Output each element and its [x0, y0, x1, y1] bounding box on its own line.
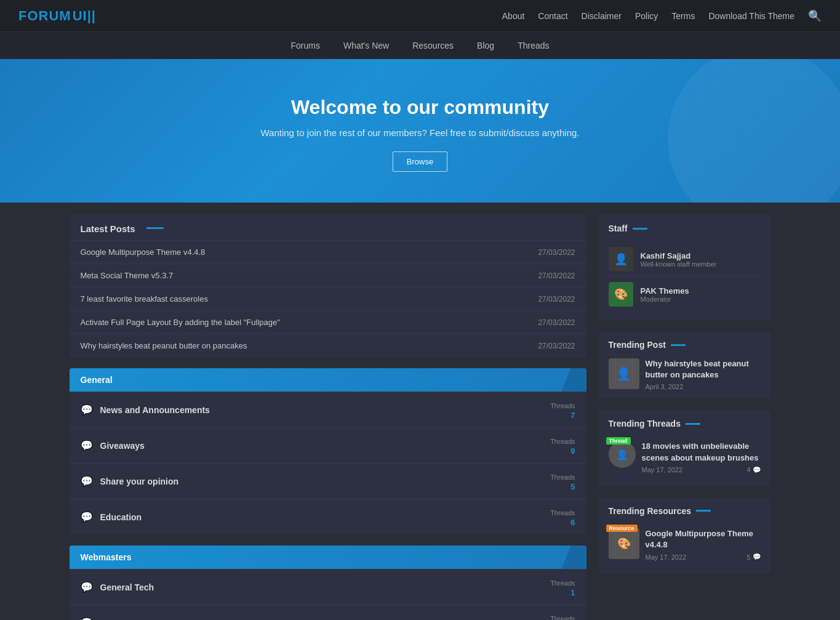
forum-name[interactable]: Share your opinion — [100, 477, 179, 486]
site-logo: FORUMUI|| — [18, 8, 96, 24]
general-category: General 💬 News and Announcements Threads… — [70, 368, 586, 534]
post-row: Meta Social Theme v5.3.7 27/03/2022 — [70, 264, 586, 287]
thread-thumb: Thread 👤 — [609, 441, 636, 468]
staff-item: 👤 Kashif Sajjad Well-known staff member — [609, 242, 761, 277]
nav-download-theme[interactable]: Download This Theme — [708, 11, 794, 21]
forum-left: 💬 Share your opinion — [81, 475, 179, 487]
staff-info: Kashif Sajjad Well-known staff member — [641, 251, 717, 268]
threads-label: Threads — [550, 615, 575, 620]
forum-left: 💬 Earn Money — [81, 617, 149, 620]
forum-name[interactable]: General Tech — [100, 582, 154, 592]
post-link[interactable]: Why hairstyles beat peanut butter on pan… — [81, 341, 247, 350]
webmasters-cat-header: Webmasters — [70, 546, 586, 569]
trending-post-info: Why hairstyles beat peanut butter on pan… — [646, 358, 761, 390]
secondary-nav: Forums What's New Resources Blog Threads — [0, 32, 840, 59]
nav-policy[interactable]: Policy — [635, 11, 658, 21]
post-link[interactable]: Meta Social Theme v5.3.7 — [81, 271, 174, 280]
threads-label: Threads — [550, 509, 575, 517]
post-row: Google Multipurpose Theme v4.4.8 27/03/2… — [70, 240, 586, 264]
general-cat-header: General — [70, 368, 586, 392]
resource-badge: Resource — [606, 525, 638, 532]
threads-label: Threads — [550, 473, 575, 481]
nav-terms[interactable]: Terms — [671, 11, 695, 21]
post-date: 27/03/2022 — [538, 318, 575, 327]
staff-name[interactable]: Kashif Sajjad — [641, 251, 717, 260]
staff-section: Staff 👤 Kashif Sajjad Well-known staff m… — [599, 215, 771, 320]
nav-resources[interactable]: Resources — [410, 33, 456, 58]
forum-stats: Threads 7 — [550, 400, 575, 420]
post-date: 27/03/2022 — [538, 248, 575, 257]
webmasters-category: Webmasters 💬 General Tech Threads 1 💬 Ea… — [70, 546, 586, 620]
forum-name[interactable]: Giveaways — [100, 441, 145, 451]
forum-stats: Threads 1 — [550, 577, 575, 597]
post-date: 27/03/2022 — [538, 272, 575, 280]
latest-posts-title: Latest Posts — [81, 223, 135, 234]
resource-info: Google Multipurpose Theme v4.4.8 May 17,… — [646, 528, 761, 561]
forum-stats: Threads 4 — [550, 613, 575, 620]
nav-threads[interactable]: Threads — [515, 33, 551, 58]
forum-icon: 💬 — [81, 617, 93, 620]
trending-post-accent — [671, 344, 686, 346]
trending-resources-title: Trending Resources — [609, 506, 761, 516]
threads-label: Threads — [550, 579, 575, 587]
hero-section: Welcome to our community Wanting to join… — [0, 59, 840, 203]
post-link[interactable]: Google Multipurpose Theme v4.4.8 — [81, 248, 206, 257]
left-column: Latest Posts Google Multipurpose Theme v… — [70, 215, 586, 620]
browse-button[interactable]: Browse — [393, 151, 447, 172]
avatar: 🎨 — [609, 282, 633, 307]
resource-title[interactable]: Google Multipurpose Theme v4.4.8 — [646, 528, 761, 550]
nav-contact[interactable]: Contact — [538, 11, 567, 21]
post-date: 27/03/2022 — [538, 295, 575, 304]
avatar: 👤 — [609, 247, 633, 272]
post-row: Activate Full Page Layout By adding the … — [70, 310, 586, 334]
forum-icon: 💬 — [81, 475, 93, 487]
forum-row: 💬 Share your opinion Threads 5 — [70, 463, 586, 499]
forum-row: 💬 General Tech Threads 1 — [70, 569, 586, 605]
logo-text: FORUM — [18, 8, 71, 23]
staff-item: 🎨 PAK Themes Moderator — [609, 277, 761, 312]
resource-thumb: Resource 🎨 — [609, 528, 639, 559]
forum-row: 💬 Giveaways Threads 9 — [70, 427, 586, 463]
trending-threads-section: Trending Threads Thread 👤 18 movies with… — [599, 410, 771, 486]
forum-icon: 💬 — [81, 404, 93, 416]
thread-count: 4💬 — [746, 466, 761, 474]
post-link[interactable]: 7 least favorite breakfast casseroles — [81, 294, 208, 304]
threads-count: 6 — [550, 518, 575, 527]
nav-blog[interactable]: Blog — [474, 33, 497, 58]
top-nav-links: About Contact Disclaimer Policy Terms Do… — [502, 9, 822, 23]
staff-role: Moderator — [641, 296, 689, 303]
webmasters-cat-title: Webmasters — [81, 552, 132, 562]
thread-badge: Thread — [606, 437, 631, 445]
post-row: Why hairstyles beat peanut butter on pan… — [70, 334, 586, 357]
main-layout: Latest Posts Google Multipurpose Theme v… — [51, 203, 790, 620]
post-row: 7 least favorite breakfast casseroles 27… — [70, 287, 586, 310]
top-nav: FORUMUI|| About Contact Disclaimer Polic… — [0, 0, 840, 32]
forum-left: 💬 News and Announcements — [81, 404, 210, 416]
nav-disclaimer[interactable]: Disclaimer — [582, 11, 622, 21]
thread-title[interactable]: 18 movies with unbelievable scenes about… — [642, 441, 761, 463]
forum-name[interactable]: Earn Money — [100, 618, 149, 621]
forum-left: 💬 General Tech — [81, 581, 154, 593]
forum-icon: 💬 — [81, 440, 93, 451]
resource-item: Resource 🎨 Google Multipurpose Theme v4.… — [609, 525, 761, 565]
trending-post-date: April 3, 2022 — [646, 383, 761, 390]
threads-count: 9 — [550, 446, 575, 456]
staff-name[interactable]: PAK Themes — [641, 286, 689, 296]
search-icon[interactable]: 🔍 — [808, 9, 822, 23]
threads-count: 7 — [550, 411, 575, 420]
hero-subtitle: Wanting to join the rest of our members?… — [12, 127, 828, 138]
staff-title: Staff — [609, 223, 761, 233]
forum-name[interactable]: News and Announcements — [100, 405, 210, 415]
forum-name[interactable]: Education — [100, 512, 142, 522]
thread-date: May 17, 2022 — [642, 466, 683, 473]
staff-accent — [633, 228, 647, 230]
forum-stats: Threads 5 — [550, 471, 575, 491]
post-link[interactable]: Activate Full Page Layout By adding the … — [81, 318, 280, 327]
nav-whats-new[interactable]: What's New — [341, 33, 391, 58]
nav-about[interactable]: About — [502, 11, 525, 21]
thread-item: Thread 👤 18 movies with unbelievable sce… — [609, 437, 761, 477]
latest-posts-accent — [146, 227, 164, 229]
threads-count: 5 — [550, 482, 575, 491]
nav-forums[interactable]: Forums — [288, 33, 322, 58]
trending-post-text[interactable]: Why hairstyles beat peanut butter on pan… — [646, 358, 761, 380]
